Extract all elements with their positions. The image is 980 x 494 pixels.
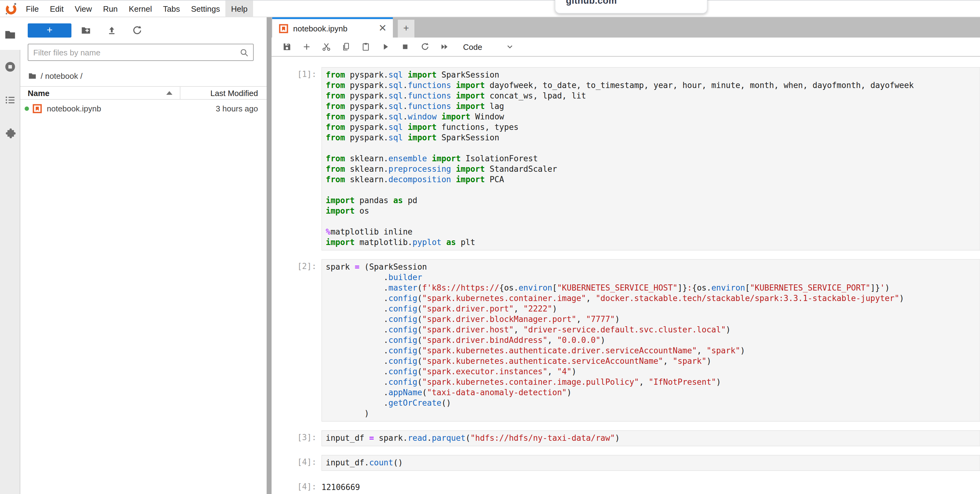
tab-notebook[interactable]: notebook.ipynb ✕: [272, 17, 393, 38]
file-list-header: Name Last Modified: [20, 86, 267, 100]
notebook-toolbar: Code: [272, 38, 980, 57]
execution-prompt: [3]:: [272, 430, 321, 446]
chevron-down-icon: [506, 43, 514, 51]
menu-bar: FileEditViewRunKernelTabsSettingsHelp: [0, 1, 980, 17]
menu-settings[interactable]: Settings: [185, 0, 225, 17]
run-icon[interactable]: [380, 42, 390, 52]
menu-kernel[interactable]: Kernel: [123, 0, 158, 17]
notebook-file-icon: [33, 104, 42, 113]
restart-kernel-icon[interactable]: [420, 42, 430, 52]
new-folder-icon[interactable]: [80, 25, 92, 37]
file-browser-toolbar: +: [20, 24, 267, 38]
output-prompt: [4]:: [272, 480, 321, 492]
add-cell-icon[interactable]: [302, 42, 312, 52]
jupyterlab-window: FileEditViewRunKernelTabsSettingsHelp gi…: [0, 0, 980, 494]
cell-output: [4]:12106669: [272, 480, 980, 492]
execution-prompt: [4]:: [272, 455, 321, 471]
file-browser-panel: + / notebook / Nam: [20, 17, 267, 494]
code-cell-3: [3]:input_df = spark.read.parquet("hdfs:…: [272, 430, 980, 446]
menu-run[interactable]: Run: [98, 0, 124, 17]
menu-help[interactable]: Help: [225, 0, 253, 17]
cell-type-value: Code: [463, 42, 482, 51]
column-header-last-modified[interactable]: Last Modified: [180, 88, 267, 98]
stop-icon[interactable]: [400, 42, 410, 52]
notebook-content: [1]:from pyspark.sql import SparkSession…: [272, 57, 980, 494]
execution-prompt: [2]:: [272, 259, 321, 422]
notebook-file-icon: [279, 24, 288, 33]
code-cell-1: [1]:from pyspark.sql import SparkSession…: [272, 67, 980, 251]
tab-title: notebook.ipynb: [293, 24, 377, 33]
menu-items: FileEditViewRunKernelTabsSettingsHelp: [20, 0, 253, 17]
close-icon[interactable]: ✕: [377, 24, 388, 33]
code-cell-4: [4]:input_df.count(): [272, 455, 980, 471]
breadcrumb[interactable]: / notebook /: [28, 70, 83, 82]
column-header-name[interactable]: Name: [20, 88, 180, 98]
cell-type-dropdown[interactable]: Code: [463, 42, 514, 51]
file-row-notebook[interactable]: notebook.ipynb 3 hours ago: [20, 101, 267, 116]
search-icon: [239, 47, 250, 57]
save-icon[interactable]: [282, 42, 292, 52]
menu-edit[interactable]: Edit: [45, 0, 69, 17]
file-modified: 3 hours ago: [180, 104, 267, 113]
paste-cells-icon[interactable]: [361, 42, 371, 52]
window-top-border: [0, 0, 980, 1]
document-tab-bar: notebook.ipynb ✕ +: [272, 17, 980, 38]
cell-input-area[interactable]: input_df = spark.read.parquet("hdfs://hd…: [321, 430, 980, 446]
new-launcher-button[interactable]: +: [28, 24, 72, 38]
filter-files-box: [28, 44, 254, 61]
menu-view[interactable]: View: [69, 0, 98, 17]
filter-files-input[interactable]: [28, 48, 239, 57]
kernel-running-dot: [25, 106, 29, 111]
main-workspace: notebook.ipynb ✕ +: [272, 17, 980, 494]
cell-input-area[interactable]: from pyspark.sql import SparkSessionfrom…: [321, 67, 980, 251]
browser-popup: github.com: [555, 0, 708, 14]
upload-icon[interactable]: [106, 25, 118, 37]
activity-sidebar: [0, 17, 20, 494]
restart-run-all-icon[interactable]: [440, 42, 450, 52]
refresh-icon[interactable]: [131, 25, 143, 37]
folder-icon: [28, 71, 37, 80]
breadcrumb-path: / notebook /: [41, 71, 83, 80]
copy-cells-icon[interactable]: [341, 42, 351, 52]
new-tab-button[interactable]: +: [398, 20, 414, 38]
sort-ascending-icon: [167, 91, 173, 95]
cell-input-area[interactable]: input_df.count(): [321, 455, 980, 471]
jupyter-logo-icon: [4, 2, 18, 15]
table-of-contents-icon[interactable]: [4, 94, 17, 106]
file-browser-icon[interactable]: [4, 28, 17, 41]
execution-prompt: [1]:: [272, 67, 321, 251]
cell-input-area[interactable]: spark = (SparkSession .builder .master(f…: [321, 259, 980, 422]
file-name: notebook.ipynb: [47, 104, 180, 113]
output-text: 12106669: [321, 480, 360, 492]
cut-cells-icon[interactable]: [321, 42, 331, 52]
panel-divider[interactable]: [267, 17, 272, 494]
popup-origin-text: github.com: [566, 0, 707, 5]
menu-file[interactable]: File: [20, 0, 45, 17]
extensions-icon[interactable]: [4, 127, 17, 140]
code-cell-2: [2]:spark = (SparkSession .builder .mast…: [272, 259, 980, 422]
running-kernels-icon[interactable]: [4, 60, 17, 73]
menu-tabs[interactable]: Tabs: [158, 0, 186, 17]
